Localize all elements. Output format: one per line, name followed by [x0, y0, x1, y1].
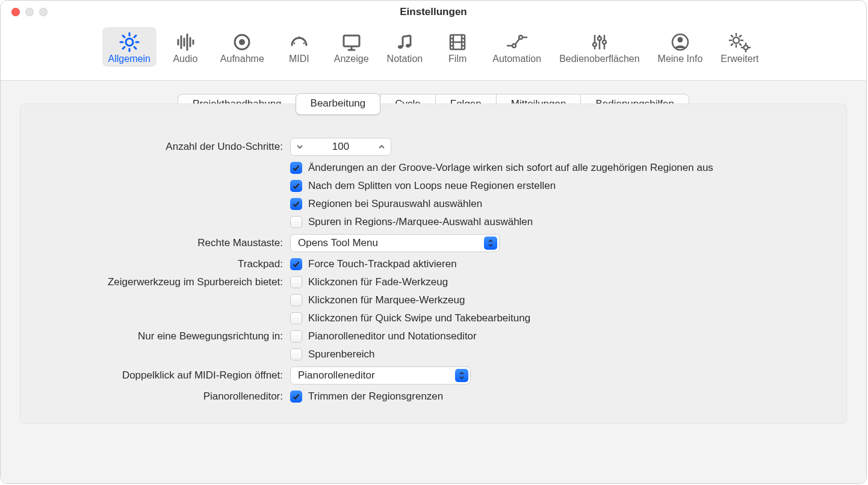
automation-icon — [505, 31, 529, 54]
toolbar-tab-label: Notation — [387, 54, 423, 64]
svg-point-50 — [733, 37, 739, 43]
select-arrows-icon — [455, 369, 468, 382]
minimize-window-icon[interactable] — [25, 8, 34, 16]
undo-steps-label: Anzahl der Undo-Schritte: — [42, 141, 283, 153]
subtab-editing[interactable]: Bearbeitung — [296, 93, 381, 115]
select-tracks-checkbox[interactable] — [290, 216, 302, 228]
toolbar-tab-general[interactable]: Allgemein — [102, 27, 157, 67]
tracks-area-label: Spurenbereich — [308, 348, 375, 360]
toolbar-tab-score[interactable]: Notation — [381, 27, 429, 67]
tracks-area-checkbox[interactable] — [290, 348, 302, 360]
content-area: Projekthandhabung Bearbeitung Cycle Folg… — [1, 81, 866, 484]
svg-line-56 — [740, 44, 741, 45]
svg-point-49 — [677, 37, 683, 43]
stepper-down-icon[interactable] — [291, 138, 309, 155]
trim-boundaries-label: Trimmen der Regionsgrenzen — [308, 391, 443, 403]
svg-line-6 — [134, 47, 136, 49]
toolbar-tab-label: Bedienoberflächen — [559, 54, 639, 64]
quickswipe-zones-checkbox[interactable] — [290, 312, 302, 324]
pointer-tool-label: Zeigerwerkzeug im Spurbereich bietet: — [42, 276, 283, 288]
music-note-icon — [394, 31, 415, 54]
groove-template-label: Änderungen an der Groove-Vorlage wirken … — [308, 162, 713, 174]
svg-line-8 — [134, 36, 136, 37]
fade-zones-label: Klickzonen für Fade-Werkzeug — [308, 276, 448, 288]
pianoroll-label: Pianorolleneditor: — [42, 391, 283, 403]
toolbar-tab-midi[interactable]: MIDI — [276, 27, 322, 67]
fade-zones-checkbox[interactable] — [290, 276, 302, 288]
toolbar-tab-surfaces[interactable]: Bedienoberflächen — [553, 27, 645, 67]
titlebar: Einstellungen — [1, 1, 866, 23]
svg-line-57 — [731, 44, 733, 45]
marquee-zones-label: Klickzonen für Marquee-Werkzeug — [308, 294, 465, 306]
doubleclick-label: Doppelklick auf MIDI-Region öffnet: — [42, 369, 283, 382]
split-loops-label: Nach dem Splitten von Loops neue Regione… — [308, 180, 556, 192]
svg-point-21 — [303, 43, 305, 45]
toolbar-tab-label: Aufnahme — [220, 54, 264, 64]
svg-point-0 — [126, 39, 133, 46]
select-regions-label: Regionen bei Spurauswahl auswählen — [308, 198, 482, 210]
pianoscore-label: Pianorolleneditor und Notationseditor — [308, 330, 477, 342]
toolbar: Allgemein Audio Aufnahme — [1, 23, 866, 81]
film-icon — [447, 31, 468, 54]
user-icon — [669, 31, 691, 54]
svg-line-5 — [123, 36, 125, 37]
doubleclick-value: Pianorolleneditor — [298, 369, 375, 382]
toolbar-tab-label: Meine Info — [658, 54, 703, 64]
svg-rect-22 — [344, 36, 359, 46]
right-mouse-select[interactable]: Opens Tool Menu — [290, 234, 500, 252]
svg-line-58 — [740, 36, 741, 37]
toolbar-tab-label: Audio — [173, 54, 197, 64]
svg-point-40 — [512, 44, 516, 48]
force-touch-checkbox[interactable] — [290, 258, 302, 270]
toolbar-tab-advanced[interactable]: Erweitert — [715, 27, 764, 67]
toolbar-tab-label: Erweitert — [721, 54, 758, 64]
trackpad-label: Trackpad: — [42, 258, 283, 270]
toolbar-tab-record[interactable]: Aufnahme — [214, 27, 270, 67]
svg-point-46 — [598, 37, 601, 40]
trim-boundaries-checkbox[interactable] — [290, 391, 302, 403]
monitor-icon — [341, 31, 362, 54]
svg-point-19 — [302, 39, 304, 40]
toolbar-tab-myinfo[interactable]: Meine Info — [652, 27, 709, 67]
svg-point-17 — [294, 39, 296, 40]
undo-steps-stepper[interactable]: 100 — [290, 138, 391, 156]
pianoscore-checkbox[interactable] — [290, 330, 302, 342]
close-window-icon[interactable] — [11, 8, 20, 16]
record-icon — [231, 31, 253, 54]
svg-line-29 — [403, 36, 411, 37]
svg-line-7 — [123, 47, 125, 49]
force-touch-label: Force Touch-Trackpad aktivieren — [308, 258, 457, 270]
select-arrows-icon — [484, 236, 497, 250]
gears-icon — [728, 31, 752, 54]
marquee-zones-checkbox[interactable] — [290, 294, 302, 306]
waveform-icon — [175, 31, 196, 54]
stepper-up-icon[interactable] — [373, 138, 391, 155]
svg-point-18 — [298, 37, 300, 39]
toolbar-tab-display[interactable]: Anzeige — [328, 27, 375, 67]
toolbar-tab-label: Anzeige — [334, 54, 369, 64]
svg-point-45 — [593, 43, 597, 46]
window-controls — [11, 8, 48, 16]
quickswipe-zones-label: Klickzonen für Quick Swipe und Takebearb… — [308, 312, 530, 324]
split-loops-checkbox[interactable] — [290, 180, 302, 192]
toolbar-tab-label: Allgemein — [108, 54, 150, 64]
svg-point-41 — [519, 36, 522, 39]
zoom-window-icon[interactable] — [39, 8, 48, 16]
svg-point-16 — [239, 39, 245, 45]
right-mouse-label: Rechte Maustaste: — [42, 237, 283, 249]
preferences-window: Einstellungen Allgemein — [0, 0, 867, 484]
svg-point-59 — [743, 46, 748, 50]
toolbar-tab-automation[interactable]: Automation — [486, 27, 547, 67]
select-tracks-label: Spuren in Regions-/Marquee-Auswahl auswä… — [308, 216, 533, 228]
doubleclick-select[interactable]: Pianorolleneditor — [290, 366, 471, 385]
toolbar-tab-audio[interactable]: Audio — [163, 27, 208, 67]
toolbar-tab-movie[interactable]: Film — [435, 27, 480, 67]
limit-direction-label: Nur eine Bewegungsrichtung in: — [42, 330, 283, 342]
groove-template-checkbox[interactable] — [290, 162, 302, 174]
right-mouse-value: Opens Tool Menu — [298, 237, 378, 249]
svg-point-20 — [293, 43, 295, 45]
midi-icon — [288, 31, 310, 54]
window-title: Einstellungen — [400, 6, 467, 18]
svg-point-47 — [603, 40, 606, 44]
select-regions-checkbox[interactable] — [290, 198, 302, 210]
